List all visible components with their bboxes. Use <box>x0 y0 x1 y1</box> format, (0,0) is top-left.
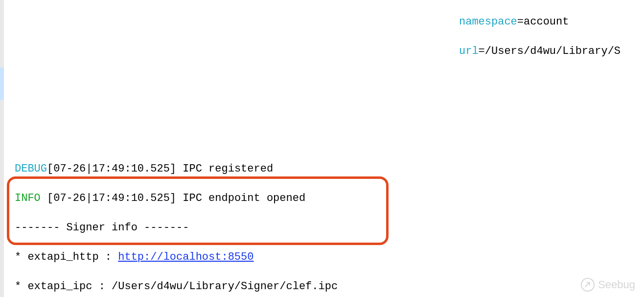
extapi-http-link[interactable]: http://localhost:8550 <box>118 251 253 263</box>
gutter-highlight <box>0 68 4 100</box>
editor-gutter <box>0 0 4 297</box>
log-line: DEBUG[07-26|17:49:10.525] IPC registered <box>15 162 644 176</box>
log-line: INFO [07-26|17:49:10.525] IPC endpoint o… <box>15 191 644 206</box>
kv-val: =/Users/d4wu/Library/S <box>479 45 621 57</box>
signer-header: ------- Signer info ------- <box>15 221 644 235</box>
kv-val: =account <box>517 16 569 28</box>
signer-extapi-ipc: * extapi_ipc : /Users/d4wu/Library/Signe… <box>15 279 644 294</box>
log-level-debug: DEBUG <box>15 163 47 175</box>
kv-key: url <box>459 45 479 57</box>
signer-extapi-http: * extapi_http : http://localhost:8550 <box>15 250 644 265</box>
log-kv-column: namespace=account url=/Users/d4wu/Librar… <box>459 0 621 74</box>
kv-key: namespace <box>459 16 517 28</box>
log-level-info: INFO <box>15 192 47 204</box>
